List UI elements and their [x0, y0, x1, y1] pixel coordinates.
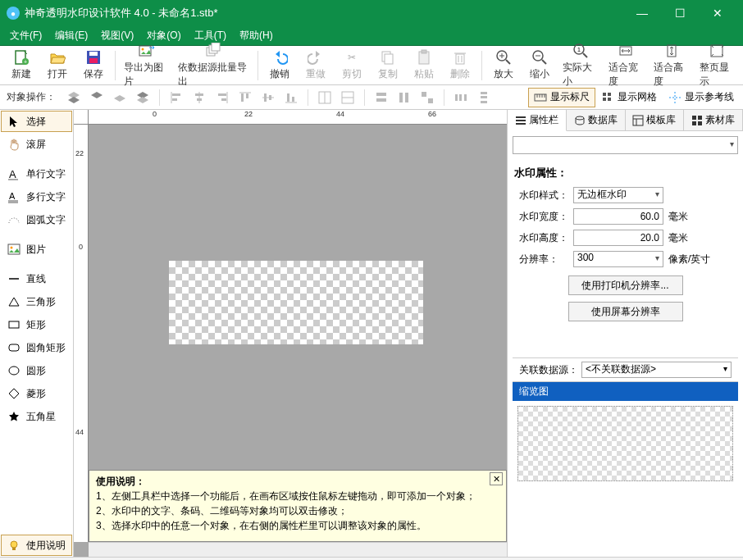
new-button[interactable]: +新建 — [3, 48, 39, 84]
tool-line[interactable]: 直线 — [1, 268, 72, 289]
layer-up-icon[interactable] — [86, 88, 107, 107]
main-toolbar: +新建 打开 保存 导出为图片 依数据源批量导出 撤销 重做 ✂剪切 复制 粘贴… — [0, 46, 743, 85]
paste-button[interactable]: 粘贴 — [406, 48, 442, 84]
svg-rect-83 — [8, 244, 20, 254]
tool-select[interactable]: 选择 — [1, 111, 72, 132]
use-screen-dpi-button[interactable]: 使用屏幕分辨率 — [568, 302, 683, 321]
svg-rect-47 — [269, 95, 271, 100]
layer-front-icon[interactable] — [63, 88, 84, 107]
svg-rect-40 — [218, 93, 226, 96]
open-button[interactable]: 打开 — [39, 48, 75, 84]
fit-width-button[interactable]: 适合宽度 — [604, 48, 649, 84]
tab-resources[interactable]: 素材库 — [684, 110, 743, 130]
align-center-h-icon[interactable] — [189, 88, 210, 107]
show-grid-toggle[interactable]: 显示网格 — [595, 88, 663, 107]
copy-button[interactable]: 复制 — [370, 48, 406, 84]
zoom-out-button[interactable]: 缩小 — [522, 48, 558, 84]
style-combo[interactable]: 无边框水印 — [573, 187, 663, 203]
width-input[interactable] — [573, 208, 663, 225]
tool-roundrect[interactable]: 圆角矩形 — [1, 337, 72, 358]
svg-rect-65 — [481, 96, 487, 98]
dpi-label: 分辨率： — [519, 253, 573, 266]
menu-file[interactable]: 文件(F) — [3, 27, 48, 44]
fit-height-button[interactable]: 适合高度 — [649, 48, 694, 84]
hint-title: 使用说明： — [96, 474, 499, 489]
minimize-button[interactable]: — — [623, 0, 661, 26]
menu-view[interactable]: 视图(V) — [94, 27, 140, 44]
assoc-combo[interactable]: <不关联数据源> — [581, 362, 732, 378]
align-right-icon[interactable] — [212, 88, 233, 107]
object-selector-combo[interactable] — [513, 136, 738, 154]
svg-rect-50 — [292, 97, 294, 102]
align-top-icon[interactable] — [235, 88, 256, 107]
same-width-icon[interactable] — [371, 88, 392, 107]
fit-height-icon — [663, 43, 680, 59]
hand-icon — [7, 137, 21, 152]
layer-down-icon[interactable] — [109, 88, 130, 107]
redo-button[interactable]: 重做 — [298, 48, 334, 84]
tool-text-single[interactable]: A单行文字 — [1, 163, 72, 184]
watermark-canvas[interactable] — [169, 261, 423, 344]
ruler-horizontal: 0 22 44 66 — [89, 110, 507, 125]
paste-icon — [416, 49, 432, 66]
tool-diamond[interactable]: 菱形 — [1, 383, 72, 404]
distribute-v-icon[interactable] — [473, 88, 495, 107]
canvas-background[interactable] — [89, 125, 507, 470]
center-h-icon[interactable] — [314, 88, 335, 107]
height-input[interactable] — [573, 230, 663, 246]
tool-text-multi[interactable]: A多行文字 — [1, 186, 72, 207]
menu-edit[interactable]: 编辑(E) — [48, 27, 94, 44]
window-title: 神奇透明水印设计软件 4.0 - 未命名1.stb* — [25, 6, 623, 20]
align-bottom-icon[interactable] — [280, 88, 302, 107]
export-image-button[interactable]: 导出为图片 — [119, 48, 173, 84]
tool-text-arc[interactable]: 圆弧文字 — [1, 209, 72, 230]
svg-rect-93 — [516, 123, 526, 125]
save-button[interactable]: 保存 — [75, 48, 112, 84]
menu-help[interactable]: 帮助(H) — [233, 27, 280, 44]
template-icon — [632, 115, 644, 126]
svg-rect-6 — [89, 58, 98, 63]
tab-properties[interactable]: 属性栏 — [508, 110, 567, 131]
zoom-in-button[interactable]: 放大 — [485, 48, 522, 84]
full-page-button[interactable]: 整页显示 — [695, 48, 740, 84]
tool-star[interactable]: 五角星 — [1, 406, 72, 427]
cursor-icon — [7, 114, 21, 129]
tab-database[interactable]: 数据库 — [567, 110, 626, 130]
usage-button[interactable]: 使用说明 — [1, 535, 72, 556]
distribute-h-icon[interactable] — [450, 88, 472, 107]
cut-button[interactable]: ✂剪切 — [334, 48, 370, 84]
canvas-area[interactable]: 0 22 44 66 0 22 44 ✕ 使用说明： 1、左侧工具栏中选择一个功… — [74, 110, 507, 557]
style-label: 水印样式： — [519, 189, 573, 203]
new-label: 新建 — [11, 67, 31, 81]
center-v-icon[interactable] — [337, 88, 358, 107]
tab-templates[interactable]: 模板库 — [626, 110, 685, 130]
maximize-button[interactable]: ☐ — [661, 0, 699, 26]
dpi-combo[interactable]: 300 — [573, 251, 663, 267]
undo-button[interactable]: 撤销 — [262, 48, 298, 84]
tool-pan[interactable]: 滚屏 — [1, 134, 72, 155]
rect-icon — [7, 317, 21, 332]
use-printer-dpi-button[interactable]: 使用打印机分辨率... — [568, 275, 683, 295]
star-icon — [7, 409, 21, 424]
layer-back-icon[interactable] — [132, 88, 153, 107]
batch-export-button[interactable]: 依数据源批量导出 — [173, 48, 254, 84]
tool-triangle[interactable]: 三角形 — [1, 291, 72, 312]
align-center-v-icon[interactable] — [258, 88, 279, 107]
close-button[interactable]: ✕ — [699, 0, 736, 26]
align-left-icon[interactable] — [166, 88, 187, 107]
svg-rect-72 — [603, 93, 606, 96]
hint-close-button[interactable]: ✕ — [490, 472, 503, 485]
tool-image[interactable]: 图片 — [1, 239, 72, 260]
tool-rect[interactable]: 矩形 — [1, 314, 72, 335]
same-height-icon[interactable] — [394, 88, 415, 107]
actual-size-button[interactable]: 1实际大小 — [558, 48, 603, 84]
show-ruler-toggle[interactable]: 显示标尺 — [528, 88, 595, 107]
delete-button[interactable]: 删除 — [442, 48, 478, 84]
show-guide-toggle[interactable]: 显示参考线 — [663, 88, 740, 107]
same-size-icon[interactable] — [417, 88, 438, 107]
svg-rect-11 — [212, 43, 220, 51]
image-icon — [7, 242, 21, 257]
properties-icon — [515, 115, 526, 126]
tool-ellipse[interactable]: 圆形 — [1, 360, 72, 381]
scrollbar-horizontal[interactable] — [89, 542, 507, 557]
